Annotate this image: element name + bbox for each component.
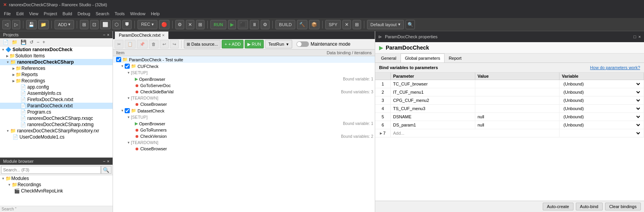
right-panel-max-btn[interactable]: □	[633, 34, 636, 39]
tab-global-parameters[interactable]: Global parameters	[401, 53, 445, 62]
module-browser-pin-btn[interactable]: −	[103, 159, 105, 164]
toolbar-btn7[interactable]: ⬡	[112, 20, 121, 29]
projects-pin-btn[interactable]: −	[103, 32, 105, 37]
cufcheck-checkbox[interactable]	[125, 64, 130, 69]
center-datasource-btn[interactable]: ⊞ Data source...	[184, 40, 221, 48]
projects-new-btn[interactable]: 📄	[2, 39, 10, 45]
toolbar-run-btn[interactable]: RUN	[210, 20, 227, 29]
toolbar-map-icon[interactable]: ⊞	[353, 20, 361, 29]
expand-mod-recordings[interactable]: ▼	[8, 183, 11, 187]
tree-item-appconfig[interactable]: 📄 app.config	[0, 84, 113, 90]
center-add-btn[interactable]: + + ADD	[222, 40, 243, 48]
toolbar-btn6[interactable]: ⬜	[100, 20, 111, 29]
toolbar-run-play[interactable]: ▶	[228, 20, 236, 29]
test-row-openbrowser2[interactable]: ▶ OpenBrowser Bound variable: 1	[113, 120, 375, 127]
projects-close-btn[interactable]: ×	[107, 32, 109, 37]
center-tab-paramdoccheck[interactable]: ParamDocCheck.rxtxt ×	[115, 31, 169, 39]
menu-tools[interactable]: Tools	[112, 11, 127, 17]
test-row-checksidebarval[interactable]: ⏺ CheckSideBarVal Bound variables: 3	[113, 89, 375, 95]
expand-project[interactable]: ▼	[6, 61, 9, 64]
center-cut-btn[interactable]: ✂	[115, 40, 124, 48]
param-row-2-variable-select[interactable]: (Unbound)	[562, 89, 641, 95]
menu-project[interactable]: Project	[41, 11, 59, 17]
menu-search[interactable]: Search	[94, 11, 112, 17]
tree-item-programcs[interactable]: 📄 Program.cs	[0, 109, 113, 115]
toolbar-forward-btn[interactable]: ▷	[12, 20, 20, 29]
projects-save-btn[interactable]: 💾	[19, 39, 28, 45]
expand-setup2[interactable]: ▼	[127, 116, 130, 119]
param-row-5-variable[interactable]: (Unbound)	[559, 113, 644, 121]
toolbar-spy-btn[interactable]: SPY	[325, 20, 341, 29]
center-redo-btn[interactable]: ↪	[170, 40, 179, 48]
projects-open-btn[interactable]: 📁	[11, 39, 19, 45]
tree-item-project[interactable]: ▼ 📁 ranorexDocCheckCSharp	[0, 59, 113, 65]
menu-debug[interactable]: Debug	[75, 11, 92, 17]
default-layout-btn[interactable]: Default layout ▾	[367, 20, 404, 29]
tree-item-recordings[interactable]: ▶ 📁 Recordings	[0, 78, 113, 84]
expand-solution-items[interactable]: ▶	[6, 54, 9, 58]
center-run-dropdown[interactable]: TestRun ▾	[265, 40, 292, 48]
menu-build[interactable]: Build	[60, 11, 74, 17]
menu-help[interactable]: Help	[148, 11, 162, 17]
toolbar-open-btn[interactable]: 📁	[38, 20, 49, 29]
tree-item-firefoxdoccheck[interactable]: 📄 FirefoxDocCheck.rxtxt	[0, 96, 113, 103]
test-row-openbrowser1[interactable]: ▶ OpenBrowser Bound variable: 1	[113, 76, 375, 82]
center-delete-btn[interactable]: 🗑	[149, 40, 159, 48]
right-panel-close-btn[interactable]: ×	[639, 34, 641, 39]
center-tab-close-icon[interactable]: ×	[162, 33, 164, 37]
toolbar-search-btn[interactable]: 🔍	[406, 20, 415, 29]
expand-setup1[interactable]: ▼	[127, 71, 130, 75]
expand-repository[interactable]: ▼	[6, 129, 9, 133]
center-copy-btn[interactable]: 📋	[125, 40, 136, 48]
toolbar-settings2-btn[interactable]: ⚙	[261, 20, 270, 29]
toolbar-grid-btn[interactable]: ⊞	[196, 20, 205, 29]
toolbar-spy-icon[interactable]: ✕	[342, 20, 351, 29]
module-tree-recordings[interactable]: ▼ 📁 Recordings	[0, 182, 113, 188]
param-row-add-select[interactable]	[562, 130, 641, 136]
module-tree-modules[interactable]: ▼ 📁 Modules	[0, 175, 113, 182]
menu-edit[interactable]: Edit	[14, 11, 26, 17]
expand-modules[interactable]: ▼	[2, 177, 5, 180]
menu-window[interactable]: Window	[128, 11, 148, 17]
test-row-setup2[interactable]: ▼ [SETUP]	[113, 114, 375, 120]
param-row-2-variable[interactable]: (Unbound)	[559, 88, 644, 96]
test-row-teardown1[interactable]: ▼ [TEARDOWN]	[113, 95, 375, 101]
toolbar-add-btn[interactable]: ADD ▾	[55, 20, 74, 29]
param-row-1-variable[interactable]: (Unbound)	[559, 80, 644, 88]
toolbar-btn5[interactable]: ⊡	[90, 20, 99, 29]
maintenance-toggle[interactable]: Maintenance mode	[296, 41, 350, 47]
expand-teardown2[interactable]: ▼	[127, 141, 130, 144]
toolbar-build-btn[interactable]: BUILD	[275, 20, 295, 29]
tree-item-repository[interactable]: ▼ 📁 ranorexDocCheckCSharpRepository.rxr	[0, 128, 113, 134]
toolbar-stop-btn[interactable]: ⬛	[238, 20, 248, 29]
auto-create-btn[interactable]: Auto-create	[543, 203, 573, 210]
toolbar-cursor-btn[interactable]: ✕	[186, 20, 194, 29]
test-row-checkversion[interactable]: ⏺ CheckVersion Bound variables: 2	[113, 133, 375, 139]
right-panel-pin-icon[interactable]: ⊳	[378, 34, 382, 39]
tree-item-rxtmg[interactable]: 📄 ranorexDocCheckCSharp.rxtmg	[0, 121, 113, 128]
param-row-4-variable-select[interactable]: (Unbound)	[562, 106, 641, 111]
projects-refresh-btn[interactable]: ↺	[28, 39, 35, 45]
param-row-5-variable-select[interactable]: (Unbound)	[562, 114, 641, 119]
toolbar-btn4[interactable]: ⊞	[80, 20, 88, 29]
maintenance-toggle-track[interactable]	[296, 41, 309, 47]
param-row-6-variable[interactable]: (Unbound)	[559, 121, 644, 129]
toolbar-build-icon[interactable]: 🔨	[297, 20, 307, 29]
auto-bind-btn[interactable]: Auto-bind	[576, 203, 603, 210]
expand-datasetcheck[interactable]: ▼	[121, 109, 124, 112]
test-row-cufcheck[interactable]: ▼ 📁 CUFCheck	[113, 63, 375, 69]
tree-item-reports[interactable]: ▶ 📁 Reports	[0, 71, 113, 78]
toolbar-pause-btn[interactable]: ⏸	[250, 20, 259, 29]
clear-bindings-btn[interactable]: Clear bindings	[605, 203, 641, 210]
test-row-suite[interactable]: 📁 ParamDocCheck - Test suite	[113, 56, 375, 63]
menu-file[interactable]: File	[2, 11, 13, 17]
projects-expand-btn[interactable]: +	[41, 39, 46, 45]
test-row-teardown2[interactable]: ▼ [TEARDOWN]	[113, 139, 375, 146]
module-search-input[interactable]	[1, 166, 101, 174]
toolbar-save-btn[interactable]: 💾	[26, 20, 37, 29]
tree-item-usercodemodule[interactable]: 📄 UserCodeModule1.cs	[0, 134, 113, 140]
param-row-add[interactable]: ▶ 7 Add...	[375, 129, 644, 137]
param-row-3-variable[interactable]: (Unbound)	[559, 96, 644, 104]
param-add-label[interactable]: Add...	[391, 129, 475, 137]
how-link[interactable]: How do parameters work?	[590, 65, 640, 70]
